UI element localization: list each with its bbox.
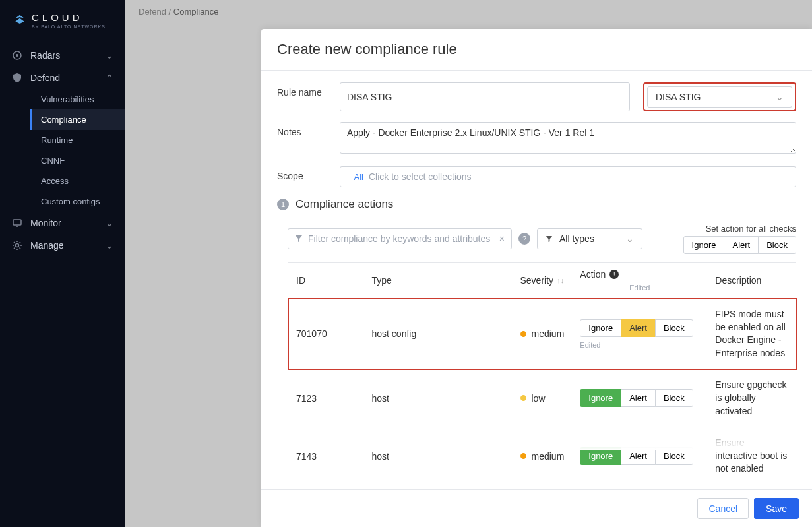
row-block-button[interactable]: Block	[655, 447, 693, 465]
table-row[interactable]: 7123 host low Ignore Alert Block Ensure …	[288, 369, 796, 427]
cell-type: host config	[364, 299, 513, 369]
severity-dot	[520, 331, 526, 337]
bulk-actions: Set action for all checks Ignore Alert B…	[683, 224, 796, 254]
nav-cnnf[interactable]: CNNF	[30, 150, 125, 171]
filters-row: Filter compliance by keywords and attrib…	[277, 224, 796, 254]
row-block-button[interactable]: Block	[655, 319, 693, 337]
chevron-up-icon: ⌃	[106, 73, 113, 83]
info-icon[interactable]: !	[609, 270, 619, 279]
monitor-icon	[12, 218, 22, 228]
nav-compliance[interactable]: Compliance	[30, 109, 125, 130]
filter-placeholder: Filter compliance by keywords and attrib…	[308, 233, 494, 244]
bulk-block-button[interactable]: Block	[758, 236, 796, 254]
cell-action: Ignore Alert Block	[572, 427, 707, 485]
nav-monitor-label: Monitor	[30, 218, 61, 228]
save-button[interactable]: Save	[754, 498, 799, 519]
row-alert-button[interactable]: Alert	[621, 447, 656, 465]
notes-textarea[interactable]	[340, 122, 796, 154]
modal-body: Rule name DISA STIG ⌄ Notes	[261, 71, 812, 489]
cell-id: 7143	[288, 427, 364, 485]
bulk-alert-button[interactable]: Alert	[724, 236, 759, 254]
sort-icon: ↑↓	[557, 276, 564, 284]
sidebar: CLOUD BY PALO ALTO NETWORKS Radars ⌄ Def…	[0, 0, 125, 527]
col-description[interactable]: Description	[707, 263, 796, 299]
template-select-highlight: DISA STIG ⌄	[643, 82, 796, 111]
col-type[interactable]: Type	[364, 263, 513, 299]
nav-manage[interactable]: Manage ⌄	[0, 234, 125, 257]
compliance-table: ID Type Severity↑↓ Action! Edited Descri…	[288, 262, 796, 489]
cell-type: host	[364, 369, 513, 427]
cell-action: Ignore Alert Block Edited	[572, 299, 707, 369]
bulk-ignore-button[interactable]: Ignore	[683, 236, 725, 254]
cell-severity: low	[513, 369, 573, 427]
chevron-down-icon: ⌄	[776, 92, 784, 102]
chevron-down-icon: ⌄	[626, 233, 634, 244]
clear-filter-icon[interactable]: ×	[499, 233, 505, 244]
row-ignore-button[interactable]: Ignore	[580, 447, 621, 465]
filter-icon	[295, 235, 303, 243]
row-block-button[interactable]: Block	[655, 389, 693, 407]
scope-row: Scope All Click to select collections	[277, 166, 796, 187]
col-severity[interactable]: Severity↑↓	[513, 263, 573, 299]
row-alert-button[interactable]: Alert	[621, 319, 656, 337]
nav-radars-label: Radars	[30, 50, 60, 61]
chevron-down-icon: ⌄	[106, 50, 113, 61]
nav-defend[interactable]: Defend ⌃	[0, 67, 125, 89]
nav: Radars ⌄ Defend ⌃ Vulnerabilities Compli…	[0, 40, 125, 257]
cancel-button[interactable]: Cancel	[697, 498, 749, 519]
cell-action: Ignore Alert Block Edited	[572, 485, 707, 489]
notes-label: Notes	[277, 122, 340, 137]
cell-type: host	[364, 485, 513, 489]
severity-dot	[520, 453, 526, 459]
template-select[interactable]: DISA STIG ⌄	[647, 86, 792, 108]
gear-icon	[12, 240, 22, 251]
cell-id: 7162	[288, 485, 364, 489]
logo-brand: CLOUD	[32, 12, 106, 23]
cell-action: Ignore Alert Block	[572, 369, 707, 427]
severity-dot	[520, 395, 526, 401]
col-action[interactable]: Action! Edited	[572, 263, 707, 299]
cell-description: Ensure interactive boot is not enabled	[707, 427, 796, 485]
header-edited-label: Edited	[580, 284, 699, 292]
type-filter-value: All types	[559, 233, 594, 244]
table-row[interactable]: 7162 host high Ignore Alert Block Edited…	[288, 485, 796, 489]
table-row[interactable]: 701070 host config medium Ignore Alert B…	[288, 299, 796, 369]
filter-input[interactable]: Filter compliance by keywords and attrib…	[288, 228, 512, 249]
nav-manage-label: Manage	[30, 240, 64, 251]
row-ignore-button[interactable]: Ignore	[580, 389, 621, 407]
type-filter-select[interactable]: All types ⌄	[537, 228, 642, 249]
modal-header: Create new compliance rule	[261, 29, 812, 71]
step-1-badge: 1	[277, 199, 289, 210]
create-rule-modal: Create new compliance rule Rule name DIS…	[261, 29, 812, 527]
edited-label: Edited	[580, 341, 699, 349]
cell-description: Ensure SELinux is installed	[707, 485, 796, 489]
cell-severity: medium	[513, 299, 573, 369]
nav-radars[interactable]: Radars ⌄	[0, 44, 125, 67]
radar-icon	[12, 50, 22, 61]
row-action-group: Ignore Alert Block	[580, 319, 693, 337]
cell-id: 701070	[288, 299, 364, 369]
rule-name-row: Rule name DISA STIG ⌄	[277, 82, 796, 111]
row-alert-button[interactable]: Alert	[621, 389, 656, 407]
table-row[interactable]: 7143 host medium Ignore Alert Block Ensu…	[288, 427, 796, 485]
nav-vulnerabilities[interactable]: Vulnerabilities	[30, 89, 125, 109]
scope-input[interactable]: All Click to select collections	[340, 166, 796, 187]
bulk-actions-label: Set action for all checks	[683, 224, 796, 233]
nav-custom-configs[interactable]: Custom configs	[30, 191, 125, 212]
col-id[interactable]: ID	[288, 263, 364, 299]
notes-row: Notes	[277, 122, 796, 156]
cell-description: FIPS mode must be enabled on all Docker …	[707, 299, 796, 369]
row-ignore-button[interactable]: Ignore	[580, 319, 621, 337]
rule-name-input[interactable]	[340, 82, 630, 111]
logo-icon	[13, 14, 26, 27]
rule-name-label: Rule name	[277, 82, 340, 98]
nav-runtime[interactable]: Runtime	[30, 130, 125, 150]
nav-monitor[interactable]: Monitor ⌄	[0, 212, 125, 234]
modal-footer: Cancel Save	[261, 489, 812, 527]
scope-tag-all[interactable]: All	[347, 172, 363, 182]
nav-access[interactable]: Access	[30, 171, 125, 191]
help-icon[interactable]: ?	[518, 233, 530, 245]
svg-rect-2	[13, 220, 21, 225]
cell-id: 7123	[288, 369, 364, 427]
logo-subtitle: BY PALO ALTO NETWORKS	[32, 24, 106, 29]
